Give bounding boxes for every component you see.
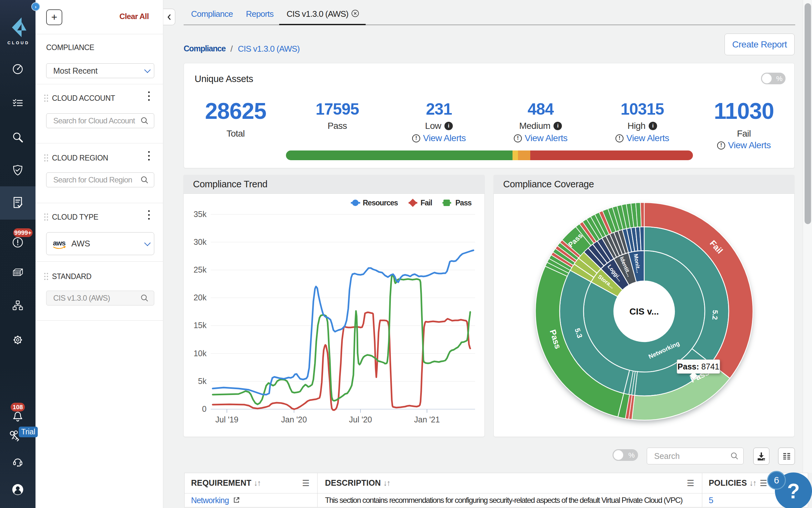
svg-text:30k: 30k (194, 237, 207, 246)
svg-text:Jan '20: Jan '20 (281, 415, 307, 424)
svg-text:5k: 5k (198, 377, 207, 386)
svg-text:35k: 35k (194, 210, 207, 219)
svg-text:5.2: 5.2 (711, 310, 719, 320)
svg-text:25k: 25k (194, 265, 207, 274)
svg-text:aws: aws (53, 239, 65, 247)
svg-text:Resources: Resources (363, 199, 398, 207)
svg-text:10k: 10k (194, 349, 207, 358)
svg-text:0: 0 (202, 404, 206, 413)
svg-text:20k: 20k (194, 293, 207, 302)
svg-text:CIS v...: CIS v... (629, 306, 659, 316)
svg-text:Jul '19: Jul '19 (215, 415, 238, 424)
svg-text:Jan '21: Jan '21 (414, 415, 440, 424)
svg-text:Jul '20: Jul '20 (349, 415, 372, 424)
svg-text:Pass: Pass (456, 199, 472, 207)
svg-text:Fail: Fail (421, 199, 432, 207)
svg-text:15k: 15k (194, 321, 207, 330)
